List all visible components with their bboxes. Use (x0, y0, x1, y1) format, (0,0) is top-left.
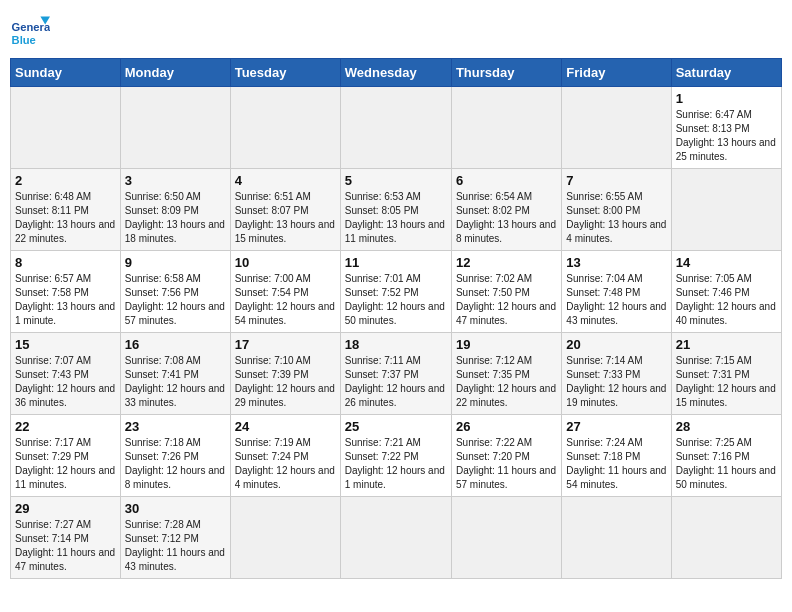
day-cell: 15Sunrise: 7:07 AMSunset: 7:43 PMDayligh… (11, 333, 121, 415)
col-header-saturday: Saturday (671, 59, 781, 87)
day-cell (340, 497, 451, 579)
day-cell: 5Sunrise: 6:53 AMSunset: 8:05 PMDaylight… (340, 169, 451, 251)
day-cell: 26Sunrise: 7:22 AMSunset: 7:20 PMDayligh… (451, 415, 561, 497)
empty-cell (230, 87, 340, 169)
day-cell: 7Sunrise: 6:55 AMSunset: 8:00 PMDaylight… (562, 169, 671, 251)
col-header-sunday: Sunday (11, 59, 121, 87)
day-cell: 8Sunrise: 6:57 AMSunset: 7:58 PMDaylight… (11, 251, 121, 333)
day-cell (671, 169, 781, 251)
calendar-row: 29Sunrise: 7:27 AMSunset: 7:14 PMDayligh… (11, 497, 782, 579)
empty-cell (451, 87, 561, 169)
day-cell: 11Sunrise: 7:01 AMSunset: 7:52 PMDayligh… (340, 251, 451, 333)
day-cell: 16Sunrise: 7:08 AMSunset: 7:41 PMDayligh… (120, 333, 230, 415)
day-cell: 13Sunrise: 7:04 AMSunset: 7:48 PMDayligh… (562, 251, 671, 333)
day-cell: 22Sunrise: 7:17 AMSunset: 7:29 PMDayligh… (11, 415, 121, 497)
day-cell: 2Sunrise: 6:48 AMSunset: 8:11 PMDaylight… (11, 169, 121, 251)
empty-cell (340, 87, 451, 169)
day-cell (230, 497, 340, 579)
calendar-row: 15Sunrise: 7:07 AMSunset: 7:43 PMDayligh… (11, 333, 782, 415)
day-cell (451, 497, 561, 579)
calendar-body: 1Sunrise: 6:47 AMSunset: 8:13 PMDaylight… (11, 87, 782, 579)
day-cell: 12Sunrise: 7:02 AMSunset: 7:50 PMDayligh… (451, 251, 561, 333)
empty-cell (562, 87, 671, 169)
calendar-table: SundayMondayTuesdayWednesdayThursdayFrid… (10, 58, 782, 579)
day-cell: 1Sunrise: 6:47 AMSunset: 8:13 PMDaylight… (671, 87, 781, 169)
day-cell: 23Sunrise: 7:18 AMSunset: 7:26 PMDayligh… (120, 415, 230, 497)
day-cell: 3Sunrise: 6:50 AMSunset: 8:09 PMDaylight… (120, 169, 230, 251)
day-cell: 25Sunrise: 7:21 AMSunset: 7:22 PMDayligh… (340, 415, 451, 497)
header: General Blue (10, 10, 782, 50)
calendar-header-row: SundayMondayTuesdayWednesdayThursdayFrid… (11, 59, 782, 87)
day-cell: 6Sunrise: 6:54 AMSunset: 8:02 PMDaylight… (451, 169, 561, 251)
day-cell: 4Sunrise: 6:51 AMSunset: 8:07 PMDaylight… (230, 169, 340, 251)
calendar-row: 8Sunrise: 6:57 AMSunset: 7:58 PMDaylight… (11, 251, 782, 333)
day-cell: 29Sunrise: 7:27 AMSunset: 7:14 PMDayligh… (11, 497, 121, 579)
empty-cell (120, 87, 230, 169)
calendar-row: 1Sunrise: 6:47 AMSunset: 8:13 PMDaylight… (11, 87, 782, 169)
day-cell: 21Sunrise: 7:15 AMSunset: 7:31 PMDayligh… (671, 333, 781, 415)
col-header-thursday: Thursday (451, 59, 561, 87)
col-header-monday: Monday (120, 59, 230, 87)
day-cell: 30Sunrise: 7:28 AMSunset: 7:12 PMDayligh… (120, 497, 230, 579)
empty-cell (11, 87, 121, 169)
day-cell: 17Sunrise: 7:10 AMSunset: 7:39 PMDayligh… (230, 333, 340, 415)
day-cell: 27Sunrise: 7:24 AMSunset: 7:18 PMDayligh… (562, 415, 671, 497)
col-header-friday: Friday (562, 59, 671, 87)
day-cell: 24Sunrise: 7:19 AMSunset: 7:24 PMDayligh… (230, 415, 340, 497)
day-cell (671, 497, 781, 579)
logo: General Blue (10, 10, 54, 50)
day-cell: 19Sunrise: 7:12 AMSunset: 7:35 PMDayligh… (451, 333, 561, 415)
col-header-tuesday: Tuesday (230, 59, 340, 87)
day-cell: 14Sunrise: 7:05 AMSunset: 7:46 PMDayligh… (671, 251, 781, 333)
col-header-wednesday: Wednesday (340, 59, 451, 87)
day-cell: 9Sunrise: 6:58 AMSunset: 7:56 PMDaylight… (120, 251, 230, 333)
calendar-row: 2Sunrise: 6:48 AMSunset: 8:11 PMDaylight… (11, 169, 782, 251)
day-cell (562, 497, 671, 579)
day-cell: 18Sunrise: 7:11 AMSunset: 7:37 PMDayligh… (340, 333, 451, 415)
day-cell: 20Sunrise: 7:14 AMSunset: 7:33 PMDayligh… (562, 333, 671, 415)
day-cell: 10Sunrise: 7:00 AMSunset: 7:54 PMDayligh… (230, 251, 340, 333)
svg-text:Blue: Blue (12, 34, 36, 46)
calendar-row: 22Sunrise: 7:17 AMSunset: 7:29 PMDayligh… (11, 415, 782, 497)
day-cell: 28Sunrise: 7:25 AMSunset: 7:16 PMDayligh… (671, 415, 781, 497)
